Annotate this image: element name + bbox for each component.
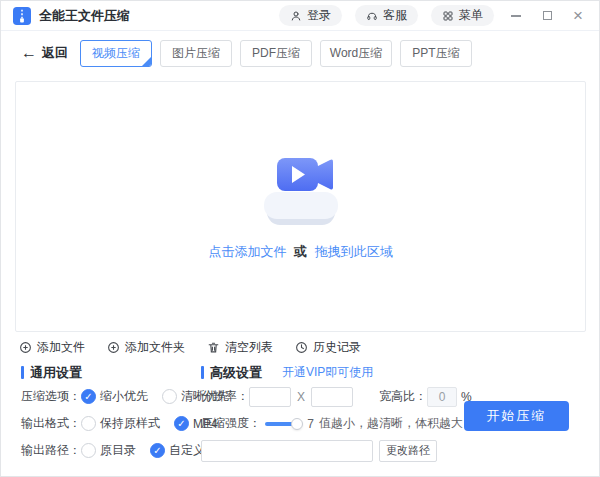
advanced-settings-header: 高级设置 开通VIP即可使用 [201, 365, 463, 380]
tab-image-compress[interactable]: 图片压缩 [160, 40, 232, 67]
general-settings-header: 通用设置 [21, 365, 193, 380]
login-label: 登录 [307, 7, 331, 24]
back-arrow-icon: ← [21, 45, 37, 61]
close-button[interactable]: × [569, 7, 587, 25]
radio-original-directory[interactable]: 原目录 [81, 442, 136, 459]
strength-hint: 值越小，越清晰，体积越大 [319, 415, 463, 432]
strength-row: 压缩强度： 7 值越小，越清晰，体积越大 [201, 413, 463, 434]
trash-icon [207, 341, 220, 354]
login-button[interactable]: 登录 [279, 5, 342, 26]
plus-circle-icon [19, 341, 32, 354]
file-drop-zone[interactable]: 点击添加文件 或 拖拽到此区域 [15, 81, 586, 332]
resolution-row: 分辨率： X 宽高比： % [201, 386, 463, 407]
start-compress-button[interactable]: 开始压缩 [464, 401, 569, 431]
keep-original-label: 保持原样式 [100, 415, 160, 432]
radio-keep-original-format[interactable]: 保持原样式 [81, 415, 160, 432]
strength-slider[interactable] [265, 417, 297, 431]
change-path-button[interactable]: 更改路径 [379, 440, 437, 462]
menu-label: 菜单 [459, 7, 483, 24]
or-text: 或 [294, 244, 307, 259]
resolution-height-input[interactable] [311, 387, 353, 407]
compress-option-row: 压缩选项： 缩小优先 清晰优先 [21, 386, 193, 407]
tab-ppt-compress[interactable]: PPT压缩 [400, 40, 472, 67]
output-path-row: 输出路径： 原目录 自定义 [21, 440, 193, 461]
support-label: 客服 [383, 7, 407, 24]
radio-checked-icon[interactable] [174, 416, 189, 431]
add-folder-label: 添加文件夹 [125, 339, 185, 356]
output-format-label: 输出格式： [21, 415, 81, 432]
radio-unchecked-icon[interactable] [81, 416, 96, 431]
tab-label: 视频压缩 [92, 45, 140, 62]
tab-label: PPT压缩 [412, 45, 459, 62]
back-label: 返回 [42, 44, 68, 62]
general-settings-section: 通用设置 压缩选项： 缩小优先 清晰优先 输出格式： 保持原样式 MP4 [21, 365, 193, 461]
aspect-ratio-input [427, 387, 457, 407]
radio-unchecked-icon[interactable] [162, 389, 177, 404]
back-button[interactable]: ← 返回 [21, 44, 68, 62]
compression-tabs: 视频压缩 图片压缩 PDF压缩 Word压缩 PPT压缩 [80, 40, 472, 67]
advanced-settings-section: 高级设置 开通VIP即可使用 分辨率： X 宽高比： % 压缩强度： 7 值越小… [201, 365, 463, 461]
tab-video-compress[interactable]: 视频压缩 [80, 40, 152, 67]
custom-path-row: 更改路径 [201, 440, 463, 461]
clear-list-label: 清空列表 [225, 339, 273, 356]
add-file-label: 添加文件 [37, 339, 85, 356]
vip-upgrade-link[interactable]: 开通VIP即可使用 [282, 364, 373, 381]
tab-label: PDF压缩 [252, 45, 300, 62]
tab-label: Word压缩 [330, 45, 382, 62]
strength-label: 压缩强度： [201, 415, 261, 432]
clear-list-button[interactable]: 清空列表 [207, 339, 273, 356]
radio-shrink-first[interactable]: 缩小优先 [81, 388, 148, 405]
compress-option-label: 压缩选项： [21, 388, 81, 405]
user-icon [290, 10, 302, 22]
minimize-icon [511, 15, 521, 17]
file-actions-row: 添加文件 添加文件夹 清空列表 历史记录 [19, 339, 361, 356]
section-accent-bar [21, 366, 24, 379]
titlebar-actions: 登录 客服 菜单 × [279, 5, 587, 26]
resolution-label: 分辨率： [201, 388, 249, 405]
tab-pdf-compress[interactable]: PDF压缩 [240, 40, 312, 67]
output-path-label: 输出路径： [21, 442, 81, 459]
maximize-icon [543, 11, 552, 20]
radio-checked-icon[interactable] [150, 443, 165, 458]
general-settings-title: 通用设置 [30, 364, 82, 382]
close-icon: × [573, 7, 583, 24]
support-button[interactable]: 客服 [355, 5, 418, 26]
output-format-row: 输出格式： 保持原样式 MP4 [21, 413, 193, 434]
aspect-ratio-label: 宽高比： [379, 388, 427, 405]
maximize-button[interactable] [538, 7, 556, 25]
output-path-input[interactable] [201, 440, 373, 462]
section-accent-bar [201, 366, 204, 379]
add-file-button[interactable]: 添加文件 [19, 339, 85, 356]
menu-button[interactable]: 菜单 [431, 5, 494, 26]
video-camera-icon [253, 153, 349, 231]
shrink-first-label: 缩小优先 [100, 388, 148, 405]
radio-custom-directory[interactable]: 自定义 [150, 442, 205, 459]
tab-word-compress[interactable]: Word压缩 [320, 40, 392, 67]
slider-thumb[interactable] [291, 418, 303, 430]
tab-label: 图片压缩 [172, 45, 220, 62]
click-add-text[interactable]: 点击添加文件 [208, 244, 286, 259]
drag-text: 拖拽到此区域 [315, 244, 393, 259]
original-directory-label: 原目录 [100, 442, 136, 459]
plus-circle-icon [107, 341, 120, 354]
menu-grid-icon [442, 10, 454, 22]
radio-checked-icon[interactable] [81, 389, 96, 404]
history-button[interactable]: 历史记录 [295, 339, 361, 356]
advanced-settings-title: 高级设置 [210, 364, 262, 382]
app-window: 全能王文件压缩 登录 客服 菜单 [0, 0, 600, 477]
minimize-button[interactable] [507, 7, 525, 25]
resolution-separator: X [297, 390, 305, 404]
add-folder-button[interactable]: 添加文件夹 [107, 339, 185, 356]
strength-value: 7 [307, 417, 314, 431]
tab-bar: ← 返回 视频压缩 图片压缩 PDF压缩 Word压缩 PPT压缩 [1, 31, 599, 75]
drop-zone-hint: 点击添加文件 或 拖拽到此区域 [208, 243, 392, 261]
titlebar: 全能王文件压缩 登录 客服 菜单 [1, 1, 599, 31]
headset-icon [366, 10, 378, 22]
custom-directory-label: 自定义 [169, 442, 205, 459]
clock-icon [295, 341, 308, 354]
history-label: 历史记录 [313, 339, 361, 356]
radio-unchecked-icon[interactable] [81, 443, 96, 458]
resolution-width-input[interactable] [249, 387, 291, 407]
app-logo-icon [13, 7, 31, 25]
app-title: 全能王文件压缩 [39, 7, 130, 25]
